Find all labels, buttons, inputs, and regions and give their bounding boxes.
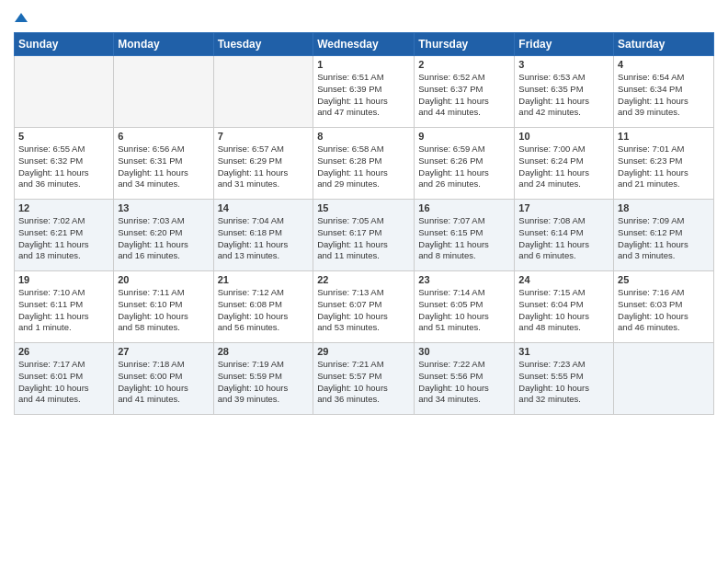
day-number: 24: [518, 274, 609, 285]
day-number: 12: [18, 202, 109, 213]
day-info: Sunrise: 7:16 AM Sunset: 6:03 PM Dayligh…: [618, 287, 710, 334]
day-cell: 25Sunrise: 7:16 AM Sunset: 6:03 PM Dayli…: [614, 271, 714, 343]
day-info: Sunrise: 7:10 AM Sunset: 6:11 PM Dayligh…: [18, 287, 109, 334]
header-row: SundayMondayTuesdayWednesdayThursdayFrid…: [15, 33, 714, 56]
day-cell: 27Sunrise: 7:18 AM Sunset: 6:00 PM Dayli…: [114, 343, 213, 415]
week-row-4: 19Sunrise: 7:10 AM Sunset: 6:11 PM Dayli…: [15, 271, 714, 343]
week-row-1: 1Sunrise: 6:51 AM Sunset: 6:39 PM Daylig…: [15, 56, 714, 128]
week-row-2: 5Sunrise: 6:55 AM Sunset: 6:32 PM Daylig…: [15, 128, 714, 200]
day-cell: 8Sunrise: 6:58 AM Sunset: 6:28 PM Daylig…: [313, 128, 415, 200]
day-cell: 4Sunrise: 6:54 AM Sunset: 6:34 PM Daylig…: [614, 56, 714, 128]
day-number: 27: [118, 346, 209, 357]
day-number: 5: [18, 131, 109, 142]
day-info: Sunrise: 6:56 AM Sunset: 6:31 PM Dayligh…: [118, 144, 209, 190]
day-info: Sunrise: 7:18 AM Sunset: 6:00 PM Dayligh…: [118, 359, 209, 406]
day-number: 18: [618, 202, 710, 213]
day-cell: 10Sunrise: 7:00 AM Sunset: 6:24 PM Dayli…: [515, 128, 614, 200]
day-info: Sunrise: 7:09 AM Sunset: 6:12 PM Dayligh…: [618, 215, 710, 262]
day-info: Sunrise: 7:02 AM Sunset: 6:21 PM Dayligh…: [18, 215, 109, 262]
day-cell: [614, 343, 714, 415]
day-info: Sunrise: 7:21 AM Sunset: 5:57 PM Dayligh…: [317, 359, 410, 406]
day-info: Sunrise: 7:03 AM Sunset: 6:20 PM Dayligh…: [118, 215, 209, 262]
day-cell: 12Sunrise: 7:02 AM Sunset: 6:21 PM Dayli…: [15, 200, 114, 271]
day-cell: 23Sunrise: 7:14 AM Sunset: 6:05 PM Dayli…: [415, 271, 515, 343]
day-info: Sunrise: 7:11 AM Sunset: 6:10 PM Dayligh…: [118, 287, 209, 334]
day-number: 1: [317, 59, 410, 70]
day-cell: 1Sunrise: 6:51 AM Sunset: 6:39 PM Daylig…: [313, 56, 415, 128]
day-cell: 13Sunrise: 7:03 AM Sunset: 6:20 PM Dayli…: [114, 200, 213, 271]
day-number: 2: [418, 59, 510, 70]
day-cell: [15, 56, 114, 128]
day-cell: 18Sunrise: 7:09 AM Sunset: 6:12 PM Dayli…: [614, 200, 714, 271]
day-number: 28: [218, 346, 310, 357]
day-info: Sunrise: 7:15 AM Sunset: 6:04 PM Dayligh…: [518, 287, 609, 334]
day-header-thursday: Thursday: [415, 33, 515, 56]
logo-icon: [15, 11, 28, 24]
day-cell: 3Sunrise: 6:53 AM Sunset: 6:35 PM Daylig…: [515, 56, 614, 128]
day-info: Sunrise: 7:08 AM Sunset: 6:14 PM Dayligh…: [518, 215, 609, 262]
day-cell: 7Sunrise: 6:57 AM Sunset: 6:29 PM Daylig…: [213, 128, 313, 200]
day-cell: 14Sunrise: 7:04 AM Sunset: 6:18 PM Dayli…: [213, 200, 313, 271]
day-info: Sunrise: 6:52 AM Sunset: 6:37 PM Dayligh…: [418, 72, 510, 119]
day-header-sunday: Sunday: [15, 33, 114, 56]
day-info: Sunrise: 7:22 AM Sunset: 5:56 PM Dayligh…: [418, 359, 510, 406]
day-info: Sunrise: 6:57 AM Sunset: 6:29 PM Dayligh…: [218, 144, 310, 190]
day-number: 26: [18, 346, 109, 357]
day-info: Sunrise: 6:53 AM Sunset: 6:35 PM Dayligh…: [518, 72, 609, 119]
day-cell: 28Sunrise: 7:19 AM Sunset: 5:59 PM Dayli…: [213, 343, 313, 415]
day-info: Sunrise: 6:51 AM Sunset: 6:39 PM Dayligh…: [317, 72, 410, 119]
day-header-monday: Monday: [114, 33, 213, 56]
day-cell: 6Sunrise: 6:56 AM Sunset: 6:31 PM Daylig…: [114, 128, 213, 200]
day-cell: 22Sunrise: 7:13 AM Sunset: 6:07 PM Dayli…: [313, 271, 415, 343]
day-info: Sunrise: 7:00 AM Sunset: 6:24 PM Dayligh…: [518, 144, 609, 190]
day-header-friday: Friday: [515, 33, 614, 56]
day-cell: 19Sunrise: 7:10 AM Sunset: 6:11 PM Dayli…: [15, 271, 114, 343]
day-header-saturday: Saturday: [614, 33, 714, 56]
day-number: 15: [317, 202, 410, 213]
day-number: 20: [118, 274, 209, 285]
day-info: Sunrise: 7:23 AM Sunset: 5:55 PM Dayligh…: [518, 359, 609, 406]
day-cell: 15Sunrise: 7:05 AM Sunset: 6:17 PM Dayli…: [313, 200, 415, 271]
day-info: Sunrise: 7:01 AM Sunset: 6:23 PM Dayligh…: [618, 144, 710, 190]
day-number: 13: [118, 202, 209, 213]
day-cell: 9Sunrise: 6:59 AM Sunset: 6:26 PM Daylig…: [415, 128, 515, 200]
day-cell: 17Sunrise: 7:08 AM Sunset: 6:14 PM Dayli…: [515, 200, 614, 271]
day-cell: 24Sunrise: 7:15 AM Sunset: 6:04 PM Dayli…: [515, 271, 614, 343]
day-info: Sunrise: 7:14 AM Sunset: 6:05 PM Dayligh…: [418, 287, 510, 334]
day-info: Sunrise: 7:04 AM Sunset: 6:18 PM Dayligh…: [218, 215, 310, 262]
day-info: Sunrise: 7:07 AM Sunset: 6:15 PM Dayligh…: [418, 215, 510, 262]
day-cell: 26Sunrise: 7:17 AM Sunset: 6:01 PM Dayli…: [15, 343, 114, 415]
day-number: 14: [218, 202, 310, 213]
day-cell: 31Sunrise: 7:23 AM Sunset: 5:55 PM Dayli…: [515, 343, 614, 415]
day-header-tuesday: Tuesday: [213, 33, 313, 56]
day-info: Sunrise: 6:55 AM Sunset: 6:32 PM Dayligh…: [18, 144, 109, 190]
svg-marker-0: [15, 13, 28, 22]
day-number: 31: [518, 346, 609, 357]
day-info: Sunrise: 6:59 AM Sunset: 6:26 PM Dayligh…: [418, 144, 510, 190]
day-cell: 11Sunrise: 7:01 AM Sunset: 6:23 PM Dayli…: [614, 128, 714, 200]
day-number: 23: [418, 274, 510, 285]
day-number: 7: [218, 131, 310, 142]
day-number: 30: [418, 346, 510, 357]
day-header-wednesday: Wednesday: [313, 33, 415, 56]
day-cell: 21Sunrise: 7:12 AM Sunset: 6:08 PM Dayli…: [213, 271, 313, 343]
day-number: 19: [18, 274, 109, 285]
day-cell: 29Sunrise: 7:21 AM Sunset: 5:57 PM Dayli…: [313, 343, 415, 415]
day-number: 8: [317, 131, 410, 142]
day-number: 17: [518, 202, 609, 213]
day-number: 9: [418, 131, 510, 142]
day-number: 3: [518, 59, 609, 70]
day-info: Sunrise: 7:17 AM Sunset: 6:01 PM Dayligh…: [18, 359, 109, 406]
day-number: 6: [118, 131, 209, 142]
day-number: 25: [618, 274, 710, 285]
logo: [14, 9, 28, 25]
day-cell: 30Sunrise: 7:22 AM Sunset: 5:56 PM Dayli…: [415, 343, 515, 415]
week-row-5: 26Sunrise: 7:17 AM Sunset: 6:01 PM Dayli…: [15, 343, 714, 415]
day-cell: [114, 56, 213, 128]
day-cell: 16Sunrise: 7:07 AM Sunset: 6:15 PM Dayli…: [415, 200, 515, 271]
day-number: 16: [418, 202, 510, 213]
day-cell: [213, 56, 313, 128]
day-number: 22: [317, 274, 410, 285]
day-number: 4: [618, 59, 710, 70]
day-info: Sunrise: 6:58 AM Sunset: 6:28 PM Dayligh…: [317, 144, 410, 190]
